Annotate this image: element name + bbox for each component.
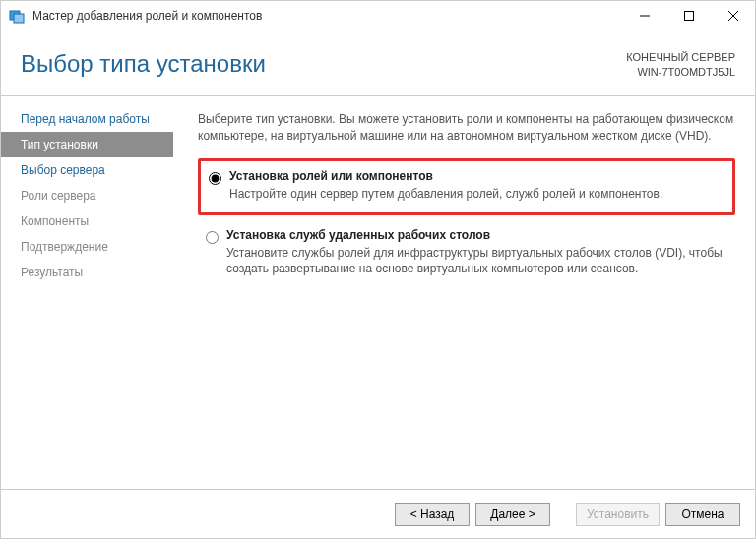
destination-info: КОНЕЧНЫЙ СЕРВЕР WIN-7T0OMDTJ5JL (626, 50, 735, 81)
close-button[interactable] (711, 1, 755, 30)
sidebar-item-confirmation: Подтверждение (1, 234, 173, 260)
radio-role-based[interactable] (209, 172, 221, 185)
option-role-based-title: Установка ролей или компонентов (229, 169, 724, 183)
page-title: Выбор типа установки (21, 50, 266, 78)
titlebar: Мастер добавления ролей и компонентов (1, 1, 755, 30)
radio-rds[interactable] (206, 231, 219, 244)
sidebar-item-features: Компоненты (1, 209, 173, 234)
option-rds-desc: Установите службы ролей для инфраструкту… (226, 245, 727, 276)
back-button[interactable]: < Назад (395, 503, 470, 526)
minimize-button[interactable] (622, 1, 666, 30)
sidebar: Перед началом работы Тип установки Выбор… (1, 96, 173, 489)
sidebar-item-results: Результаты (1, 260, 173, 285)
main-panel: Выберите тип установки. Вы можете устано… (173, 96, 755, 489)
destination-label: КОНЕЧНЫЙ СЕРВЕР (626, 50, 735, 65)
install-button: Установить (576, 503, 660, 526)
window-controls (622, 1, 755, 30)
option-role-based-desc: Настройте один сервер путем добавления р… (229, 186, 724, 202)
option-rds-title: Установка служб удаленных рабочих столов (226, 228, 727, 242)
sidebar-item-installation-type[interactable]: Тип установки (1, 132, 173, 157)
svg-rect-1 (14, 14, 24, 23)
option-role-based[interactable]: Установка ролей или компонентов Настройт… (198, 158, 735, 214)
footer: < Назад Далее > Установить Отмена (1, 489, 755, 538)
wizard-window: Мастер добавления ролей и компонентов Вы… (0, 0, 756, 539)
wizard-header: Выбор типа установки КОНЕЧНЫЙ СЕРВЕР WIN… (1, 30, 755, 96)
content-area: Перед началом работы Тип установки Выбор… (1, 96, 755, 489)
app-icon (9, 8, 25, 24)
sidebar-item-before-you-begin[interactable]: Перед началом работы (1, 106, 173, 132)
svg-rect-3 (684, 12, 693, 21)
window-title: Мастер добавления ролей и компонентов (32, 9, 622, 23)
sidebar-item-server-roles: Роли сервера (1, 183, 173, 209)
sidebar-item-server-selection[interactable]: Выбор сервера (1, 157, 173, 183)
option-rds[interactable]: Установка служб удаленных рабочих столов… (198, 220, 735, 286)
intro-text: Выберите тип установки. Вы можете устано… (198, 111, 735, 145)
maximize-button[interactable] (666, 1, 711, 30)
next-button[interactable]: Далее > (475, 503, 550, 526)
cancel-button[interactable]: Отмена (665, 503, 740, 526)
destination-server: WIN-7T0OMDTJ5JL (626, 65, 735, 80)
